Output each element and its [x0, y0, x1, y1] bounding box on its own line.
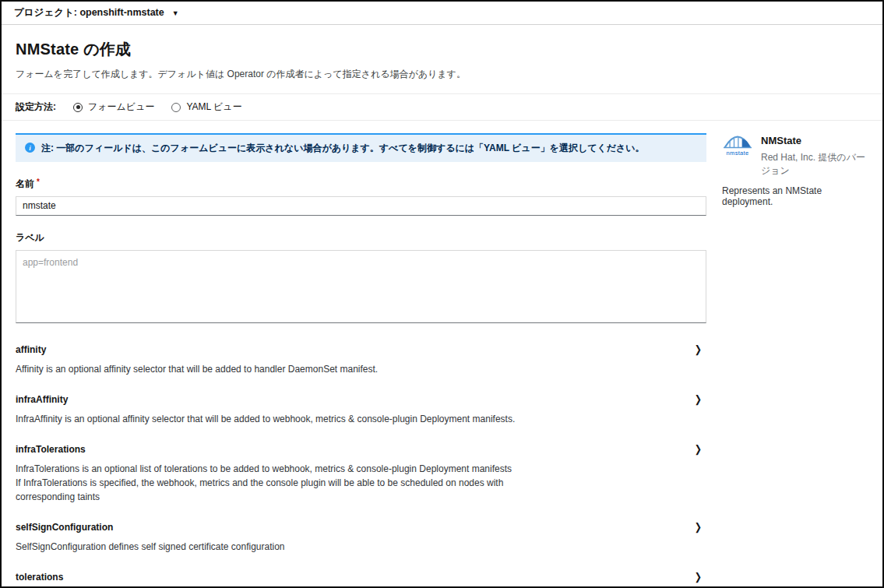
chevron-down-icon: ▼: [172, 9, 179, 17]
info-alert-text: 注: 一部のフィールドは、このフォームビューに表示されない場合があります。すべて…: [41, 142, 645, 155]
section-infra-affinity-toggle[interactable]: infraAffinity ❯: [16, 394, 706, 405]
section-self-sign-configuration-toggle[interactable]: selfSignConfiguration ❯: [16, 522, 706, 533]
chevron-right-icon: ❯: [695, 393, 702, 406]
operator-sidebar: nmstate NMState Red Hat, Inc. 提供のバージョン R…: [722, 133, 878, 588]
form-column: i 注: 一部のフィールドは、このフォームビューに表示されない場合があります。す…: [16, 133, 706, 588]
section-infra-affinity: infraAffinity ❯ InfraAffinity is an opti…: [16, 394, 706, 426]
page-header: NMState の作成 フォームを完了して作成します。デフォルト値は Opera…: [2, 25, 882, 93]
app-window: プロジェクト: openshift-nmstate ▼ NMState の作成 …: [0, 0, 884, 588]
section-title: tolerations: [16, 572, 63, 583]
radio-selected-icon: [73, 103, 83, 112]
section-description: SelfSignConfiguration defines self signe…: [16, 540, 706, 554]
section-affinity: affinity ❯ Affinity is an optional affin…: [16, 344, 706, 376]
view-switcher: 設定方法: フォームビュー YAML ビュー: [2, 93, 882, 121]
chevron-right-icon: ❯: [695, 343, 702, 356]
operator-name: NMState: [761, 135, 872, 146]
info-alert-message: 一部のフィールドは、このフォームビューに表示されない場合があります。すべてを制御…: [56, 143, 644, 153]
section-tolerations-toggle[interactable]: tolerations ❯: [16, 572, 706, 583]
section-title: affinity: [16, 344, 46, 355]
section-title: infraAffinity: [16, 394, 68, 405]
section-infra-tolerations: infraTolerations ❯ InfraTolerations is a…: [16, 444, 706, 504]
radio-form-view-label: フォームビュー: [88, 100, 154, 114]
radio-unselected-icon: [171, 103, 181, 112]
section-affinity-toggle[interactable]: affinity ❯: [16, 344, 706, 355]
chevron-right-icon: ❯: [695, 571, 702, 583]
radio-yaml-view[interactable]: YAML ビュー: [171, 100, 241, 114]
section-description: InfraAffinity is an optional affinity se…: [16, 412, 706, 426]
view-method-label: 設定方法:: [16, 100, 56, 114]
info-alert: i 注: 一部のフィールドは、このフォームビューに表示されない場合があります。す…: [16, 133, 706, 162]
operator-header: nmstate NMState Red Hat, Inc. 提供のバージョン: [722, 133, 872, 178]
project-selector-label: プロジェクト: openshift-nmstate: [14, 6, 164, 19]
nmstate-logo: nmstate: [722, 133, 753, 157]
name-field-label: 名前 *: [16, 178, 706, 191]
operator-description: Represents an NMState deployment.: [722, 185, 872, 207]
name-input[interactable]: [16, 196, 706, 216]
radio-yaml-view-label: YAML ビュー: [186, 100, 241, 114]
chevron-right-icon: ❯: [695, 521, 702, 533]
labels-label-text: ラベル: [16, 231, 44, 245]
operator-provider: Red Hat, Inc. 提供のバージョン: [761, 151, 872, 178]
info-icon: i: [25, 143, 35, 153]
section-description: Affinity is an optional affinity selecto…: [16, 362, 706, 376]
page-title: NMState の作成: [16, 39, 868, 60]
name-label-text: 名前: [16, 178, 34, 191]
section-description: InfraTolerations is an optional list of …: [16, 462, 706, 504]
section-self-sign-configuration: selfSignConfiguration ❯ SelfSignConfigur…: [16, 522, 706, 554]
info-alert-prefix: 注:: [41, 143, 54, 153]
section-tolerations: tolerations ❯ Tolerations is an optional…: [16, 572, 706, 588]
labels-input[interactable]: [16, 250, 706, 323]
radio-form-view[interactable]: フォームビュー: [73, 100, 154, 114]
project-bar: プロジェクト: openshift-nmstate ▼: [2, 2, 882, 25]
content-area: i 注: 一部のフィールドは、このフォームビューに表示されない場合があります。す…: [2, 121, 882, 588]
nmstate-logo-text: nmstate: [727, 150, 749, 157]
labels-field-label: ラベル: [16, 231, 706, 245]
nmstate-bridge-icon: [724, 133, 752, 149]
page-subtitle: フォームを完了して作成します。デフォルト値は Operator の作成者によって…: [16, 68, 868, 81]
operator-title-block: NMState Red Hat, Inc. 提供のバージョン: [761, 133, 872, 178]
required-asterisk: *: [37, 178, 40, 187]
section-infra-tolerations-toggle[interactable]: infraTolerations ❯: [16, 444, 706, 455]
project-selector[interactable]: プロジェクト: openshift-nmstate ▼: [14, 6, 179, 19]
section-title: selfSignConfiguration: [16, 522, 113, 533]
chevron-right-icon: ❯: [695, 443, 702, 456]
section-title: infraTolerations: [16, 444, 86, 455]
